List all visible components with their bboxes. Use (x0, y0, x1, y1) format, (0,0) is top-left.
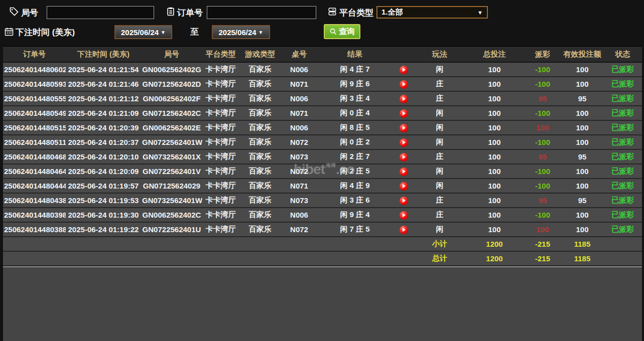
cell-payout: -100 (524, 77, 561, 91)
cell-payout: 95 (524, 91, 561, 106)
cell-game-type: 百家乐 (239, 77, 281, 91)
bet-records-table: 订单号下注时间 (美东)局号平台类型游戏类型桌号结果玩法总投注派彩有效投注额状态… (3, 46, 642, 341)
replay-play-icon[interactable] (400, 211, 408, 220)
cell-result: 闲 8 庄 5 (317, 120, 393, 135)
cell-replay (393, 208, 415, 222)
cell-result: 闲 9 庄 4 (317, 208, 393, 222)
platform-type-select[interactable]: 1.全部 ▼ (376, 6, 488, 19)
cell-order-no: 250624014480549 (3, 106, 66, 120)
cell-valid-bet: 100 (561, 120, 603, 135)
cell-total-bet: 100 (465, 149, 524, 164)
platform-type-selected: 1.全部 (381, 8, 403, 17)
cell-table-no: N072 (281, 135, 317, 149)
cell-total-bet: 100 (465, 91, 524, 106)
cell-game-no: GN0062562402C (141, 208, 202, 222)
grand-total-row-spacer (3, 251, 415, 266)
cell-play: 闲 (415, 222, 465, 237)
cell-bet-time: 2025-06-24 01:19:53 (66, 193, 141, 208)
cell-game-no: GN0062562402F (141, 91, 202, 106)
cell-bet-time: 2025-06-24 01:20:10 (66, 149, 141, 164)
cell-status: 已派彩 (603, 164, 642, 179)
cell-order-no: 250624014480468 (3, 149, 66, 164)
replay-play-icon[interactable] (400, 95, 408, 103)
column-header-12: 状态 (603, 47, 642, 62)
replay-play-icon[interactable] (400, 167, 408, 176)
cell-valid-bet: 100 (561, 222, 603, 237)
cell-table-no: N073 (281, 193, 317, 208)
cell-game-type: 百家乐 (239, 222, 281, 237)
cell-order-no: 250624014480555 (3, 91, 66, 106)
cell-game-no: GN07125624029 (141, 179, 202, 193)
query-button-label: 查询 (339, 27, 355, 37)
date-from-picker[interactable]: 2025/06/24 ▼ (114, 25, 172, 39)
column-header-11: 有效投注额 (561, 47, 603, 62)
cell-replay (393, 193, 415, 208)
game-no-input[interactable] (47, 6, 154, 19)
cell-table-no: N006 (281, 62, 317, 77)
cell-valid-bet: 95 (561, 91, 603, 106)
cell-valid-bet: 100 (561, 208, 603, 222)
replay-play-icon[interactable] (400, 138, 408, 147)
table-row: 2506240144805152025-06-24 01:20:39GN0062… (3, 120, 642, 135)
cell-platform: 卡卡湾厅 (202, 62, 239, 77)
calendar-icon (4, 27, 14, 37)
cell-status: 已派彩 (603, 120, 642, 135)
cell-game-type: 百家乐 (239, 208, 281, 222)
cell-play: 闲 (415, 179, 465, 193)
cell-status: 已派彩 (603, 149, 642, 164)
cell-total-bet: 100 (465, 135, 524, 149)
cell-game-no: GN0722562401U (141, 222, 202, 237)
date-to-picker[interactable]: 2025/06/24 ▼ (212, 25, 270, 39)
cell-order-no: 250624014480602 (3, 62, 66, 77)
cell-replay (393, 149, 415, 164)
cell-replay (393, 135, 415, 149)
cell-table-no: N071 (281, 179, 317, 193)
cell-bet-time: 2025-06-24 01:21:54 (66, 62, 141, 77)
cell-valid-bet: 100 (561, 77, 603, 91)
replay-play-icon[interactable] (400, 109, 408, 118)
replay-play-icon[interactable] (400, 66, 408, 74)
cell-bet-time: 2025-06-24 01:20:37 (66, 135, 141, 149)
cell-order-no: 250624014480444 (3, 179, 66, 193)
cell-table-no: N072 (281, 222, 317, 237)
table-row: 2506240144804682025-06-24 01:20:10GN0732… (3, 149, 642, 164)
replay-play-icon[interactable] (400, 80, 408, 89)
chevron-down-icon: ▼ (259, 30, 264, 35)
grand-total-row-total-bet: 1200 (465, 251, 524, 266)
cell-table-no: N006 (281, 208, 317, 222)
cell-play: 闲 (415, 62, 465, 77)
cell-play: 庄 (415, 91, 465, 106)
cell-platform: 卡卡湾厅 (202, 164, 239, 179)
replay-play-icon[interactable] (400, 124, 408, 132)
grand-total-row-payout: -215 (524, 251, 561, 266)
cell-platform: 卡卡湾厅 (202, 77, 239, 91)
cell-result: 闲 2 庄 7 (317, 149, 393, 164)
grand-total-row: 总计1200-2151185 (3, 251, 642, 266)
filter-bar: 局号 订单号 平台类型 1.全部 ▼ 下注时间 (美东) 2025/06/24 … (0, 0, 644, 46)
cell-status: 已派彩 (603, 208, 642, 222)
table-end-divider (3, 266, 642, 267)
replay-play-icon[interactable] (400, 226, 408, 234)
replay-play-icon[interactable] (400, 197, 408, 205)
cell-replay (393, 91, 415, 106)
table-row: 2506240144804642025-06-24 01:20:09GN0722… (3, 164, 642, 179)
cell-platform: 卡卡湾厅 (202, 222, 239, 237)
cell-game-type: 百家乐 (239, 62, 281, 77)
cell-table-no: N071 (281, 106, 317, 120)
subtotal-row-valid-bet: 1185 (561, 237, 603, 251)
cell-game-no: GN0732562401X (141, 149, 202, 164)
order-no-input[interactable] (207, 6, 316, 19)
table-row: 2506240144804382025-06-24 01:19:53GN0732… (3, 193, 642, 208)
replay-play-icon[interactable] (400, 182, 408, 191)
cell-valid-bet: 100 (561, 62, 603, 77)
cell-platform: 卡卡湾厅 (202, 179, 239, 193)
cell-result: 闲 0 庄 4 (317, 106, 393, 120)
cell-payout: 100 (524, 222, 561, 237)
replay-play-icon[interactable] (400, 153, 408, 161)
query-button[interactable]: 查询 (324, 24, 360, 39)
cell-bet-time: 2025-06-24 01:20:39 (66, 120, 141, 135)
cell-platform: 卡卡湾厅 (202, 120, 239, 135)
cell-status: 已派彩 (603, 179, 642, 193)
cell-platform: 卡卡湾厅 (202, 208, 239, 222)
bet-time-filter-label: 下注时间 (美东) (16, 27, 75, 38)
